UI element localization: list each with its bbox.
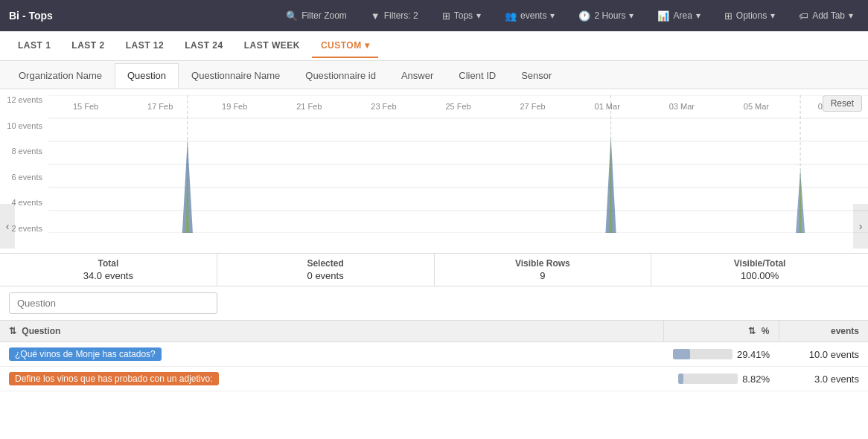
- tab-answer[interactable]: Answer: [389, 63, 446, 87]
- chart-type-btn[interactable]: 📊 Area ▾: [651, 7, 706, 25]
- stat-visible-total: Visible/Total 100.00%: [651, 254, 868, 286]
- stat-selected: Selected 0 events: [217, 254, 435, 286]
- stat-visible-rows-value: 9: [444, 270, 642, 281]
- search-input[interactable]: [9, 292, 217, 314]
- stat-visible-rows: Visible Rows 9: [435, 254, 652, 286]
- tab-last2[interactable]: LAST 2: [63, 34, 113, 58]
- pct-bar-container-1: 29.41%: [673, 349, 770, 360]
- clock-icon: 🕐: [578, 10, 590, 22]
- tab-question[interactable]: Question: [115, 63, 179, 88]
- tops-btn[interactable]: ⊞ Tops ▾: [436, 7, 487, 25]
- y-label-10: 10 events: [0, 121, 42, 130]
- sort-icon-question: ⇅: [9, 326, 16, 336]
- group-icon: 👥: [505, 10, 517, 22]
- y-label-12: 12 events: [0, 95, 42, 104]
- stats-bar: Total 34.0 events Selected 0 events Visi…: [0, 253, 868, 286]
- main-content: ‹ › Organization Name Question Questionn…: [0, 61, 868, 391]
- stat-total-value: 34.0 events: [9, 270, 208, 281]
- stat-visible-total-label: Visible/Total: [660, 258, 859, 269]
- tab-last12[interactable]: LAST 12: [117, 34, 173, 58]
- y-label-6: 6 events: [0, 173, 42, 182]
- stat-selected-label: Selected: [226, 258, 425, 269]
- table-cell-events-1: 10.0 events: [779, 342, 868, 367]
- events-btn[interactable]: 👥 events ▾: [499, 7, 561, 25]
- stat-visible-rows-label: Visible Rows: [444, 258, 642, 269]
- tab-questionnaire-id[interactable]: Questionnaire id: [293, 63, 389, 87]
- filter-zoom-btn[interactable]: 🔍 Filter Zoom: [280, 7, 353, 25]
- filters-btn[interactable]: ▼ Filters: 2: [365, 7, 424, 25]
- table-cell-pct-2: 8.82%: [664, 367, 779, 391]
- table-cell-question-1: ¿Qué vinos de Monje has catados?: [0, 342, 664, 367]
- table-row: ¿Qué vinos de Monje has catados? 29.41% …: [0, 342, 868, 367]
- toolbar: Bi - Tops 🔍 Filter Zoom ▼ Filters: 2 ⊞ T…: [0, 0, 868, 31]
- tag-icon: 🏷: [799, 10, 808, 22]
- pct-bar-container-2: 8.82%: [673, 374, 770, 385]
- tab-sensor[interactable]: Sensor: [508, 63, 564, 87]
- col-header-pct[interactable]: ⇅ %: [664, 321, 779, 342]
- tab-lastweek[interactable]: LAST WEEK: [235, 34, 309, 58]
- pct-bar-fill-2: [678, 374, 683, 384]
- chart-icon: 📊: [657, 10, 669, 22]
- table-header-row: ⇅ Question ⇅ % events: [0, 321, 868, 342]
- tab-last24[interactable]: LAST 24: [176, 34, 232, 58]
- table-cell-events-2: 3.0 events: [779, 367, 868, 391]
- col-header-events: events: [779, 321, 868, 342]
- sort-icon-pct: ⇅: [748, 326, 756, 336]
- stat-selected-value: 0 events: [226, 270, 425, 281]
- grid-icon: ⊞: [442, 10, 450, 22]
- app-title: Bi - Tops: [9, 10, 53, 22]
- data-tabs: Organization Name Question Questionnaire…: [0, 61, 868, 89]
- y-label-8: 8 events: [0, 147, 42, 156]
- options-icon: ⊞: [724, 10, 733, 22]
- data-table: ⇅ Question ⇅ % events ¿Qué vinos de Monj…: [0, 320, 868, 391]
- tab-questionnaire-name[interactable]: Questionnaire Name: [179, 63, 293, 87]
- tab-last1[interactable]: LAST 1: [9, 34, 60, 58]
- tab-org-name[interactable]: Organization Name: [6, 63, 115, 87]
- duration-btn[interactable]: 🕐 2 Hours ▾: [572, 7, 639, 25]
- chart-svg: [48, 95, 868, 233]
- time-tabs: LAST 1 LAST 2 LAST 12 LAST 24 LAST WEEK …: [0, 31, 868, 61]
- pct-value-1: 29.41%: [737, 349, 770, 360]
- question-tag-1: ¿Qué vinos de Monje has catados?: [9, 347, 162, 361]
- chart-svg-container: [48, 95, 868, 233]
- nav-left-arrow[interactable]: ‹: [0, 204, 15, 249]
- chart-area: 12 events 10 events 8 events 6 events 4 …: [0, 89, 868, 253]
- col-header-question[interactable]: ⇅ Question: [0, 321, 664, 342]
- tab-custom[interactable]: CUSTOM ▾: [312, 34, 378, 58]
- stat-total-label: Total: [9, 258, 208, 269]
- table-cell-question-2: Define los vinos que has probado con un …: [0, 367, 664, 391]
- question-tag-2: Define los vinos que has probado con un …: [9, 372, 219, 385]
- pct-bar-fill-1: [673, 349, 691, 359]
- pct-bar-bg-2: [678, 374, 738, 384]
- stat-visible-total-value: 100.00%: [660, 270, 859, 281]
- search-icon: 🔍: [286, 10, 298, 22]
- pct-bar-bg-1: [673, 349, 733, 359]
- options-btn[interactable]: ⊞ Options ▾: [718, 7, 781, 25]
- nav-right-arrow[interactable]: ›: [853, 204, 868, 249]
- search-row: [0, 286, 868, 320]
- add-tab-btn[interactable]: 🏷 Add Tab ▾: [793, 7, 859, 25]
- table-cell-pct-1: 29.41%: [664, 342, 779, 367]
- table-row: Define los vinos que has probado con un …: [0, 367, 868, 391]
- filter-icon: ▼: [371, 10, 380, 22]
- tab-client-id[interactable]: Client ID: [446, 63, 508, 87]
- stat-total: Total 34.0 events: [0, 254, 217, 286]
- pct-value-2: 8.82%: [742, 374, 770, 385]
